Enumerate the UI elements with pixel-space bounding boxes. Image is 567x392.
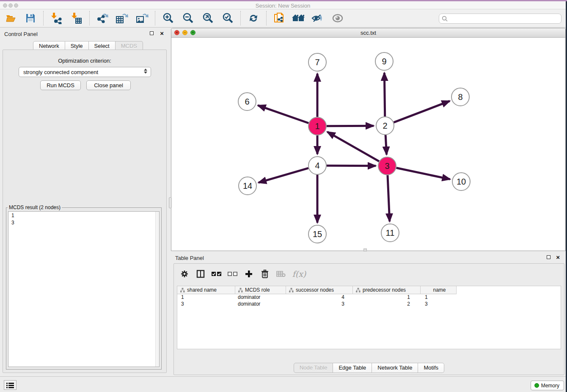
- edge-4-14[interactable]: [259, 168, 308, 182]
- cell-name[interactable]: 1: [421, 294, 457, 301]
- result-line: 3: [8, 219, 159, 226]
- clone-network-icon[interactable]: [272, 11, 286, 25]
- float-panel-icon[interactable]: [150, 31, 154, 35]
- column-header-successor-nodes[interactable]: successor nodes: [286, 286, 353, 294]
- import-network-icon[interactable]: [50, 11, 63, 25]
- attribute-icon: [238, 288, 243, 293]
- task-history-button[interactable]: [4, 380, 17, 390]
- gear-icon[interactable]: [178, 268, 191, 280]
- mcds-result-group: MCDS result (2 nodes) 1 3: [6, 207, 162, 370]
- result-line: 1: [8, 212, 159, 219]
- tab-edge-table[interactable]: Edge Table: [333, 363, 372, 373]
- network-canvas[interactable]: 7968124314101511: [171, 38, 565, 251]
- dropdown-value: strongly connected component: [23, 69, 98, 75]
- column-header-name[interactable]: name: [421, 286, 457, 294]
- edge-1-2[interactable]: [327, 126, 374, 126]
- edge-1-6[interactable]: [258, 105, 308, 123]
- open-file-icon[interactable]: [4, 11, 18, 25]
- export-network-icon[interactable]: [96, 11, 109, 25]
- node-table[interactable]: shared name MCDS role successor nodes pr…: [177, 286, 561, 349]
- dropdown-spinner-icon: [144, 69, 147, 74]
- optimization-criterion-label: Optimization criterion:: [3, 58, 166, 64]
- optimization-criterion-dropdown[interactable]: strongly connected component: [19, 67, 151, 77]
- tab-motifs[interactable]: Motifs: [418, 363, 444, 373]
- search-input[interactable]: [439, 14, 561, 24]
- tab-network-table[interactable]: Network Table: [372, 363, 418, 373]
- columns-icon[interactable]: [194, 268, 207, 280]
- column-header-shared-name[interactable]: shared name: [177, 286, 235, 294]
- status-bar: Memory: [0, 376, 566, 392]
- run-mcds-button[interactable]: Run MCDS: [40, 80, 81, 90]
- cell-predecessor-nodes[interactable]: 2: [353, 301, 421, 308]
- zoom-out-icon[interactable]: [181, 11, 195, 25]
- cell-successor-nodes[interactable]: 4: [286, 294, 353, 301]
- cell-shared-name[interactable]: 1: [177, 294, 235, 301]
- table-row[interactable]: 3 dominator 3 2 3: [177, 301, 561, 308]
- edge-3-11[interactable]: [388, 175, 390, 221]
- home-icon[interactable]: [292, 11, 305, 25]
- edge-3-10[interactable]: [396, 168, 450, 179]
- node-label-3: 3: [385, 161, 389, 171]
- zoom-in-icon[interactable]: [161, 11, 175, 25]
- zoom-fit-icon[interactable]: [201, 11, 215, 25]
- canvas-resize-handle[interactable]: [363, 248, 367, 251]
- edge-4-3[interactable]: [327, 166, 376, 166]
- add-column-icon[interactable]: [242, 268, 255, 280]
- edge-2-8[interactable]: [394, 101, 450, 123]
- close-table-panel-icon[interactable]: ×: [556, 255, 560, 259]
- node-label-9: 9: [382, 57, 386, 66]
- result-scrollbar[interactable]: [155, 212, 159, 367]
- cell-mcds-role[interactable]: dominator: [235, 294, 286, 301]
- refresh-icon[interactable]: [247, 11, 260, 25]
- mcds-result-list[interactable]: 1 3: [8, 211, 160, 367]
- float-table-panel-icon[interactable]: [547, 255, 550, 259]
- cell-successor-nodes[interactable]: 3: [286, 301, 353, 308]
- edge-3-1[interactable]: [327, 132, 379, 161]
- select-all-icon[interactable]: [210, 268, 223, 280]
- hide-panel-icon[interactable]: [311, 11, 324, 25]
- node-label-11: 11: [386, 228, 395, 237]
- table-panel-body: f(x) shared name MCDS role successor nod…: [173, 263, 564, 375]
- window-titlebar: Session: New Session: [0, 1, 566, 9]
- table-row[interactable]: 1 dominator 4 1 1: [177, 294, 561, 301]
- edge-2-3[interactable]: [385, 135, 386, 155]
- attribute-icon: [180, 288, 185, 293]
- column-header-predecessor-nodes[interactable]: predecessor nodes: [353, 286, 421, 294]
- close-panel-button[interactable]: Close panel: [86, 80, 131, 90]
- network-window-titlebar[interactable]: × − + scc.txt: [171, 28, 565, 38]
- delete-icon[interactable]: [259, 268, 271, 280]
- window-title: Session: New Session: [0, 3, 566, 9]
- export-image-icon[interactable]: [135, 11, 149, 25]
- mcds-tab-content: Optimization criterion: strongly connect…: [3, 50, 167, 373]
- memory-label: Memory: [541, 383, 559, 389]
- node-label-2: 2: [383, 121, 387, 130]
- edge-2-9[interactable]: [384, 73, 385, 116]
- memory-status-icon: [534, 383, 539, 388]
- cell-mcds-role[interactable]: dominator: [235, 301, 286, 308]
- function-builder-icon[interactable]: f(x): [291, 268, 308, 280]
- export-table-icon[interactable]: [115, 11, 129, 25]
- delete-table-icon[interactable]: [275, 268, 287, 280]
- search-field[interactable]: [439, 14, 561, 24]
- node-label-7: 7: [315, 58, 319, 67]
- cell-shared-name[interactable]: 3: [177, 301, 235, 308]
- main-toolbar: [0, 9, 566, 28]
- deselect-all-icon[interactable]: [226, 268, 239, 280]
- panel-splitter-handle[interactable]: [169, 197, 172, 208]
- show-panel-icon[interactable]: [331, 11, 344, 25]
- tab-node-table[interactable]: Node Table: [294, 363, 333, 373]
- network-view-window: × − + scc.txt 7968124314101511: [171, 28, 566, 251]
- toolbar-separator: [43, 11, 44, 25]
- cell-name[interactable]: 3: [421, 301, 457, 308]
- cell-predecessor-nodes[interactable]: 1: [353, 294, 421, 301]
- attribute-icon: [356, 288, 361, 293]
- import-table-icon[interactable]: [70, 11, 83, 25]
- save-session-icon[interactable]: [24, 11, 37, 25]
- zoom-selected-icon[interactable]: [221, 11, 234, 25]
- column-header-mcds-role[interactable]: MCDS role: [235, 286, 286, 294]
- network-graph: 7968124314101511: [171, 38, 565, 251]
- close-panel-icon[interactable]: ×: [160, 31, 164, 36]
- toolbar-separator: [240, 11, 241, 25]
- memory-button[interactable]: Memory: [531, 381, 564, 390]
- node-label-14: 14: [243, 181, 252, 190]
